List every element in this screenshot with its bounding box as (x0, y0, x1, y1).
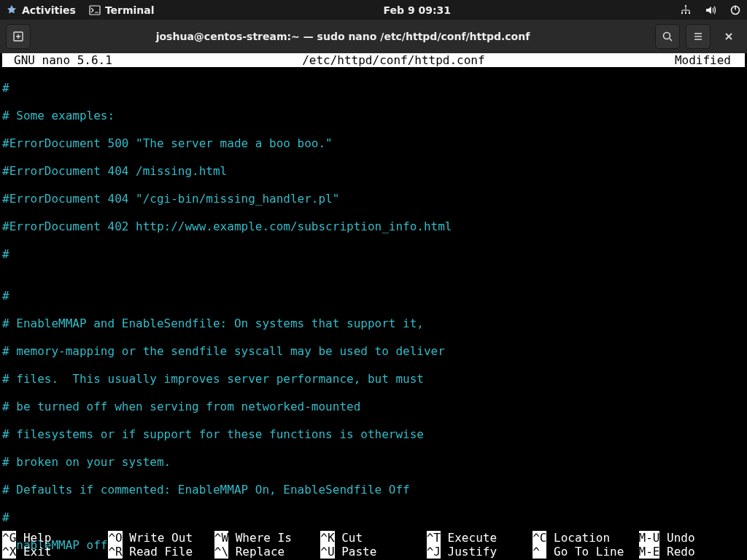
editor-line: # (2, 81, 745, 95)
svg-rect-3 (685, 12, 686, 14)
editor-line: #ErrorDocument 404 "/cgi-bin/missing_han… (2, 192, 745, 206)
terminal-icon (89, 4, 101, 16)
network-icon[interactable] (680, 4, 692, 16)
gnome-top-bar: Activities Terminal Feb 9 09:31 (0, 0, 747, 20)
search-icon (662, 31, 673, 42)
window-title-bar: joshua@centos-stream:~ — sudo nano /etc/… (0, 20, 747, 53)
editor-content[interactable]: # # Some examples: #ErrorDocument 500 "T… (2, 67, 745, 560)
editor-line: # Some examples: (2, 109, 745, 122)
editor-line: # EnableMMAP and EnableSendfile: On syst… (2, 316, 745, 330)
svg-rect-6 (735, 5, 736, 9)
activities-label: Activities (22, 4, 76, 16)
clock[interactable]: Feb 9 09:31 (384, 4, 452, 16)
svg-rect-4 (689, 12, 690, 14)
editor-line: # (2, 289, 745, 303)
editor-line: #ErrorDocument 402 http://www.example.co… (2, 219, 745, 233)
editor-line: # memory-mapping or the sendfile syscall… (2, 344, 745, 358)
editor-line: # Defaults if commented: EnableMMAP On, … (2, 483, 745, 497)
window-title: joshua@centos-stream:~ — sudo nano /etc/… (36, 31, 649, 42)
terminal-viewport[interactable]: GNU nano 5.6.1 /etc/httpd/conf/httpd.con… (0, 53, 747, 560)
help-justify[interactable]: ^JJustify (427, 545, 533, 559)
editor-line: # (2, 247, 745, 261)
new-tab-button[interactable] (6, 24, 31, 49)
search-button[interactable] (655, 24, 680, 49)
editor-line: #ErrorDocument 500 "The server made a bo… (2, 136, 745, 150)
help-goto-line[interactable]: ^ Go To Line (533, 545, 638, 559)
help-location[interactable]: ^CLocation (533, 531, 638, 545)
hamburger-icon (692, 31, 704, 42)
editor-line: # broken on your system. (2, 455, 745, 469)
help-replace[interactable]: ^\Replace (214, 545, 320, 559)
editor-line: # files. This usually improves server pe… (2, 372, 745, 386)
help-exit[interactable]: ^XExit (2, 545, 108, 559)
svg-rect-2 (681, 12, 683, 14)
svg-rect-0 (90, 6, 100, 15)
help-execute[interactable]: ^TExecute (427, 531, 533, 545)
new-tab-icon (12, 31, 24, 42)
activities-icon (6, 4, 18, 16)
editor-line: #ErrorDocument 404 /missing.html (2, 164, 745, 178)
help-get-help[interactable]: ^GHelp (2, 531, 108, 545)
help-redo[interactable]: M-ERedo (639, 545, 745, 559)
close-icon (724, 31, 734, 42)
nano-app-name: GNU nano 5.6.1 (2, 53, 112, 67)
terminal-app-label: Terminal (105, 4, 155, 16)
nano-help-bar: ^GHelp ^OWrite Out ^WWhere Is ^KCut ^TEx… (0, 531, 747, 560)
power-icon[interactable] (729, 4, 741, 16)
help-write-out[interactable]: ^OWrite Out (108, 531, 214, 545)
svg-point-8 (664, 33, 670, 39)
close-button[interactable] (716, 24, 741, 49)
editor-line: # (2, 510, 745, 524)
terminal-app-button[interactable]: Terminal (89, 4, 155, 16)
menu-button[interactable] (686, 24, 711, 49)
nano-modified: Modified (675, 53, 745, 67)
help-cut[interactable]: ^KCut (320, 531, 426, 545)
volume-icon[interactable] (705, 4, 716, 16)
activities-button[interactable]: Activities (6, 4, 76, 16)
editor-line: # filesystems or if support for these fu… (2, 427, 745, 441)
help-paste[interactable]: ^UPaste (320, 545, 426, 559)
editor-line: # be turned off when serving from networ… (2, 400, 745, 413)
help-where-is[interactable]: ^WWhere Is (214, 531, 320, 545)
nano-file-name: /etc/httpd/conf/httpd.conf (112, 53, 675, 67)
clock-label: Feb 9 09:31 (384, 4, 452, 16)
help-read-file[interactable]: ^RRead File (108, 545, 214, 559)
nano-title-bar: GNU nano 5.6.1 /etc/httpd/conf/httpd.con… (2, 53, 745, 67)
help-undo[interactable]: M-UUndo (639, 531, 745, 545)
svg-rect-1 (685, 5, 686, 7)
